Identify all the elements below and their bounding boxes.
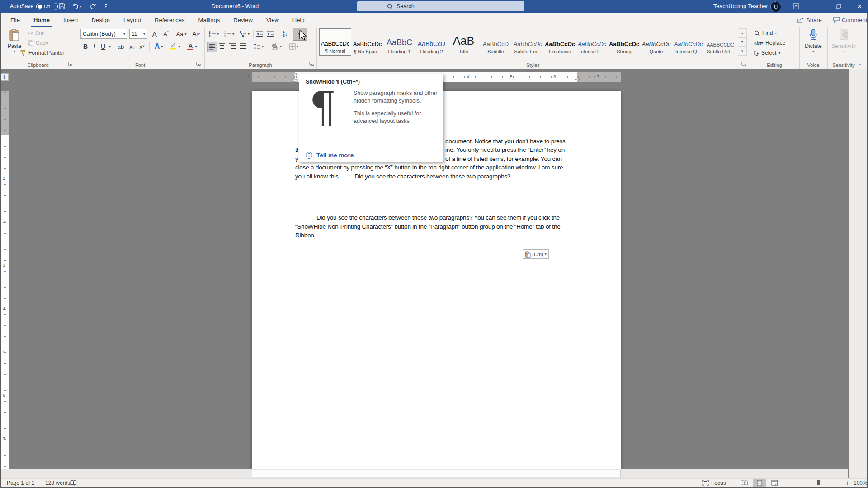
grow-font-button[interactable]: Aˆ (150, 29, 160, 39)
tab-home[interactable]: Home (27, 13, 57, 27)
style-subtle-emphasis[interactable]: AaBbCcDcSubtle Em... (512, 28, 544, 56)
save-button[interactable] (56, 0, 68, 13)
select-button[interactable]: Select ▾ (754, 50, 780, 56)
font-color-button[interactable]: A ▾ (184, 42, 200, 52)
font-size-select[interactable]: 11▾ (129, 29, 147, 39)
paste-options-button[interactable]: (Ctrl) ▾ (523, 249, 549, 259)
tab-review[interactable]: Review (226, 13, 259, 27)
read-mode-button[interactable] (738, 479, 750, 487)
gallery-scroll-down-button[interactable]: ▼ (738, 38, 747, 47)
minimize-button[interactable]: — (809, 0, 825, 13)
ribbon-display-options-button[interactable] (788, 0, 804, 13)
style-subtitle[interactable]: AaBbCcDSubtitle (480, 28, 512, 56)
styles-dialog-launcher[interactable] (741, 62, 747, 67)
style-heading2[interactable]: AaBbCcDHeading 2 (415, 28, 448, 56)
underline-button[interactable]: U (99, 42, 107, 52)
decrease-indent-button[interactable] (255, 29, 265, 38)
paragraph1-line2-right[interactable]: ine. You only need to press the “Enter” … (445, 145, 565, 154)
underline-dropdown[interactable]: ▾ (107, 42, 113, 52)
tab-mailings[interactable]: Mailings (192, 13, 227, 27)
word-count[interactable]: 128 words (45, 479, 70, 487)
collapse-ribbon-button[interactable]: ⌃ (858, 63, 862, 68)
style-quote[interactable]: AaBbCcDcQuote (640, 28, 672, 56)
tab-help[interactable]: Help (286, 13, 311, 27)
text-effects-button[interactable]: A▾ (152, 42, 165, 52)
line-spacing-button[interactable]: ▾ (251, 42, 266, 51)
style-emphasis[interactable]: AaBbCcDcEmphasis (544, 28, 576, 56)
borders-button[interactable]: ▾ (287, 42, 301, 51)
tab-layout[interactable]: Layout (117, 13, 148, 27)
paragraph2-line2[interactable]: “Show/Hide Non-Printing Characters” butt… (295, 222, 561, 231)
tab-file[interactable]: File (4, 13, 27, 27)
replace-button[interactable]: ab⇄ Replace (754, 40, 785, 46)
font-dialog-launcher[interactable] (196, 62, 202, 67)
redo-button[interactable] (87, 0, 99, 13)
focus-button[interactable]: Focus (702, 479, 726, 487)
justify-button[interactable] (238, 42, 248, 51)
zoom-out-button[interactable]: − (790, 479, 793, 487)
copy-button[interactable]: Copy (28, 40, 48, 46)
paragraph1-line3-left[interactable]: y (295, 155, 298, 163)
indent-markers[interactable] (292, 73, 298, 84)
autosave-toggle[interactable]: Off (36, 3, 58, 10)
paragraph1-line5[interactable]: you all know this. Did you see the chara… (295, 172, 510, 181)
strikethrough-button[interactable]: ab (116, 42, 126, 52)
italic-button[interactable]: I (91, 42, 98, 52)
zoom-slider-track[interactable] (798, 483, 844, 483)
zoom-level[interactable]: 100% (854, 479, 868, 487)
tab-design[interactable]: Design (85, 13, 117, 27)
numbering-button[interactable]: 123 ▾ (222, 29, 236, 38)
web-layout-button[interactable] (769, 479, 780, 487)
tab-references[interactable]: References (148, 13, 191, 27)
style-normal[interactable]: AaBbCcDc¶ Normal (319, 28, 351, 56)
change-case-button[interactable]: Aa▾ (174, 29, 189, 39)
style-intense-emphasis[interactable]: AaBbCcDcIntense E... (576, 28, 608, 56)
align-right-button[interactable] (228, 42, 237, 51)
zoom-slider-thumb[interactable] (817, 480, 820, 485)
proofing-status-button[interactable] (70, 479, 77, 487)
bold-button[interactable]: B (81, 42, 90, 52)
shading-button[interactable]: ▾ (269, 42, 284, 51)
close-button[interactable]: ✕ (852, 0, 867, 13)
tab-insert[interactable]: Insert (57, 13, 85, 27)
sort-button[interactable]: AZ ↓ (279, 28, 290, 39)
align-center-button[interactable] (217, 42, 227, 51)
horizontal-scrollbar-thumb[interactable] (252, 470, 621, 477)
shrink-font-button[interactable]: Aˇ (161, 29, 171, 39)
paragraph2-line3[interactable]: Ribbon. (295, 231, 316, 239)
multilevel-list-button[interactable]: ▾ (238, 29, 251, 38)
superscript-button[interactable]: x² (137, 42, 146, 52)
restore-button[interactable] (831, 0, 846, 13)
tab-view[interactable]: View (259, 13, 286, 27)
clipboard-dialog-launcher[interactable] (68, 62, 73, 67)
style-title[interactable]: AaBTitle (448, 28, 480, 56)
page-indicator[interactable]: Page 1 of 1 (7, 479, 34, 487)
zoom-in-button[interactable]: + (845, 479, 849, 487)
font-family-select[interactable]: Calibri (Body)▾ (80, 29, 127, 39)
share-button[interactable]: Share (797, 14, 822, 26)
tab-stop-selector[interactable]: L (1, 73, 9, 81)
gallery-scroll-up-button[interactable]: ▲ (738, 28, 747, 38)
paragraph1-line3-right[interactable]: of a line of listed items, for example. … (445, 155, 562, 163)
avatar[interactable]: U (770, 1, 781, 12)
comments-button[interactable]: Comments (833, 14, 868, 26)
text-highlight-button[interactable]: ▾ (167, 42, 183, 52)
sensitivity-button[interactable]: Sensitivity ▾ (827, 29, 860, 53)
right-indent-marker[interactable] (575, 76, 580, 84)
paragraph1-line4[interactable]: close a document by pressing the “X” but… (295, 163, 563, 172)
paragraph-dialog-launcher[interactable] (309, 62, 315, 67)
cut-button[interactable]: ✂ Cut (28, 30, 44, 37)
paragraph2-line1[interactable]: Did you see the characters between these… (316, 213, 560, 222)
user-name[interactable]: TeachUcomp Teacher (713, 0, 768, 13)
quick-access-customize-button[interactable]: ▾ (100, 0, 111, 13)
undo-button[interactable]: ▾ (70, 0, 84, 13)
vertical-scrollbar[interactable] (849, 69, 867, 478)
clear-formatting-button[interactable]: A (191, 29, 202, 39)
subscript-button[interactable]: x₂ (127, 42, 137, 52)
print-layout-button[interactable] (753, 479, 766, 487)
increase-indent-button[interactable] (266, 29, 276, 38)
paragraph1-line1[interactable]: document. Notice that you don’t have to … (445, 137, 566, 145)
dictate-button[interactable]: Dictate ▾ (799, 29, 827, 53)
style-intense-quote[interactable]: AaBbCcDcIntense Q... (672, 28, 704, 56)
gallery-more-button[interactable]: ▼ (738, 47, 747, 56)
